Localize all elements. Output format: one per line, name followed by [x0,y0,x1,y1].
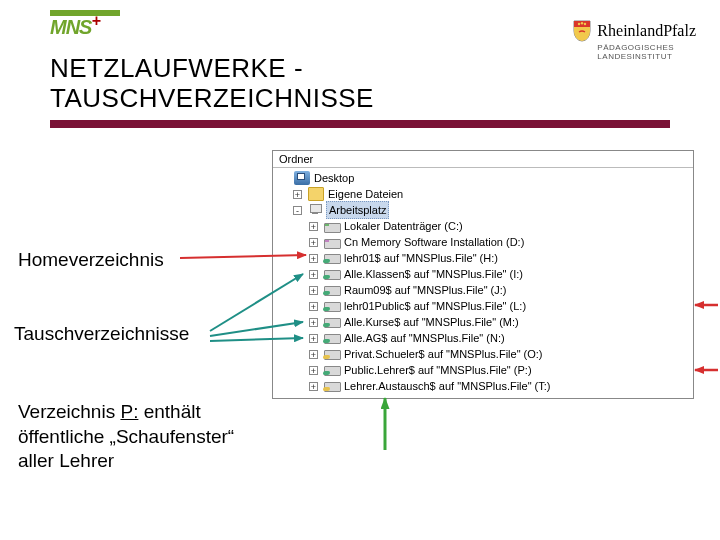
expander-icon[interactable]: + [309,254,318,263]
folder-tree-header: Ordner [273,151,693,168]
cd-icon [324,235,340,249]
expander-spacer [279,174,288,183]
arbeitsplatz-icon [308,203,324,217]
expander-icon[interactable]: + [309,382,318,391]
mns-logo-text: MNS [50,16,91,38]
tree-node-label: Arbeitsplatz [326,201,389,219]
tree-node-label: Lokaler Datenträger (C:) [344,218,463,234]
tree-node[interactable]: +lehr01$ auf "MNSPlus.File" (H:) [279,250,693,266]
tree-node-label: Public.Lehrer$ auf "MNSPlus.File" (P:) [344,362,532,378]
tree-node[interactable]: +Alle.AG$ auf "MNSPlus.File" (N:) [279,330,693,346]
rp-subtitle-2: LANDESINSTITUT [597,53,696,62]
rp-logo-row: RheinlandPfalz [573,20,696,42]
tree-node-label: Alle.Klassen$ auf "MNSPlus.File" (I:) [344,266,523,282]
annotation-home: Homeverzeichnis [18,248,164,273]
svg-point-2 [584,23,586,25]
folder-icon [308,187,324,201]
tree-node[interactable]: -Arbeitsplatz [279,202,693,218]
expander-icon[interactable]: + [309,318,318,327]
expander-icon[interactable]: + [309,238,318,247]
rp-text: RheinlandPfalz [597,22,696,40]
tree-node[interactable]: +Lehrer.Austausch$ auf "MNSPlus.File" (T… [279,378,693,394]
tree-node-label: Alle.AG$ auf "MNSPlus.File" (N:) [344,330,505,346]
slide: MNS+ RheinlandPfalz PÄDAGOGISCHES LANDES… [0,0,720,540]
mns-logo-bar [50,10,120,16]
expander-icon[interactable]: + [309,334,318,343]
tree-node[interactable]: +Alle.Klassen$ auf "MNSPlus.File" (I:) [279,266,693,282]
annotation-tausch: Tauschverzeichnisse [14,322,189,347]
net-icon [324,363,340,377]
annotation-p-underline: P: [120,401,138,422]
expander-icon[interactable]: + [293,190,302,199]
tree-node[interactable]: +Cn Memory Software Installation (D:) [279,234,693,250]
netY-icon [324,347,340,361]
tree-node[interactable]: +Raum09$ auf "MNSPlus.File" (J:) [279,282,693,298]
tree-node-label: Cn Memory Software Installation (D:) [344,234,524,250]
annotation-verzeichnis-p: Verzeichnis P: enthält öffentliche „Scha… [18,400,268,474]
tree-node-label: Lehrer.Austausch$ auf "MNSPlus.File" (T:… [344,378,551,394]
tree-node-label: Desktop [314,170,354,186]
header-logos: MNS+ RheinlandPfalz PÄDAGOGISCHES LANDES… [0,14,720,48]
tree-node-label: Alle.Kurse$ auf "MNSPlus.File" (M:) [344,314,519,330]
net-icon [324,315,340,329]
title-line-2: TAUSCHVERZEICHNISSE [50,83,374,113]
tree-node[interactable]: +Public.Lehrer$ auf "MNSPlus.File" (P:) [279,362,693,378]
mns-logo-plus: + [91,12,99,29]
slide-title: NETZLAUFWERKE - TAUSCHVERZEICHNISSE [50,54,374,114]
folder-tree[interactable]: Desktop+Eigene Dateien-Arbeitsplatz+Loka… [273,168,693,398]
expander-icon[interactable]: + [309,366,318,375]
expander-icon[interactable]: + [309,270,318,279]
net-icon [324,299,340,313]
tree-node[interactable]: Desktop [279,170,693,186]
rp-logo: RheinlandPfalz PÄDAGOGISCHES LANDESINSTI… [573,20,696,62]
title-underline [50,120,670,128]
desktop-icon [294,171,310,185]
net-icon [324,267,340,281]
expander-icon[interactable]: - [293,206,302,215]
annotation-p-part1: Verzeichnis [18,401,120,422]
tree-node-label: lehr01$ auf "MNSPlus.File" (H:) [344,250,498,266]
net-icon [324,283,340,297]
disk-icon [324,219,340,233]
tree-node[interactable]: +Eigene Dateien [279,186,693,202]
expander-icon[interactable]: + [309,350,318,359]
expander-icon[interactable]: + [309,222,318,231]
expander-icon[interactable]: + [309,286,318,295]
expander-icon[interactable]: + [309,302,318,311]
tree-node[interactable]: +Privat.Schueler$ auf "MNSPlus.File" (O:… [279,346,693,362]
tree-node-label: Eigene Dateien [328,186,403,202]
svg-point-1 [581,22,583,24]
folder-tree-panel: Ordner Desktop+Eigene Dateien-Arbeitspla… [272,150,694,399]
coat-of-arms-icon [573,20,591,42]
title-line-1: NETZLAUFWERKE - [50,53,303,83]
tree-node-label: Raum09$ auf "MNSPlus.File" (J:) [344,282,506,298]
svg-point-0 [578,23,580,25]
mns-logo: MNS+ [50,16,100,39]
net-icon [324,251,340,265]
tree-node-label: Privat.Schueler$ auf "MNSPlus.File" (O:) [344,346,543,362]
net-icon [324,331,340,345]
tree-node[interactable]: +Lokaler Datenträger (C:) [279,218,693,234]
netY-icon [324,379,340,393]
tree-node-label: lehr01Public$ auf "MNSPlus.File" (L:) [344,298,526,314]
tree-node[interactable]: +lehr01Public$ auf "MNSPlus.File" (L:) [279,298,693,314]
tree-node[interactable]: +Alle.Kurse$ auf "MNSPlus.File" (M:) [279,314,693,330]
